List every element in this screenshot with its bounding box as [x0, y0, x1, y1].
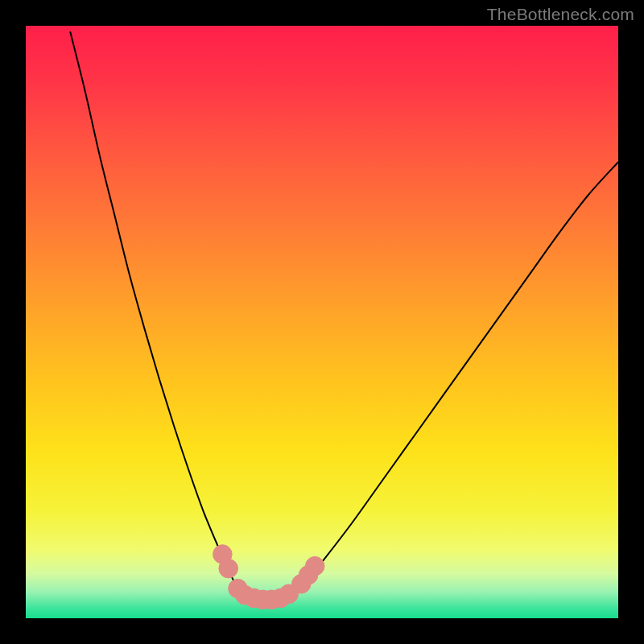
watermark-text: TheBottleneck.com: [487, 5, 634, 24]
bottleneck-chart: [0, 0, 644, 644]
highlight-marker: [305, 556, 324, 576]
highlight-marker: [219, 559, 238, 578]
plot-background: [26, 26, 618, 618]
